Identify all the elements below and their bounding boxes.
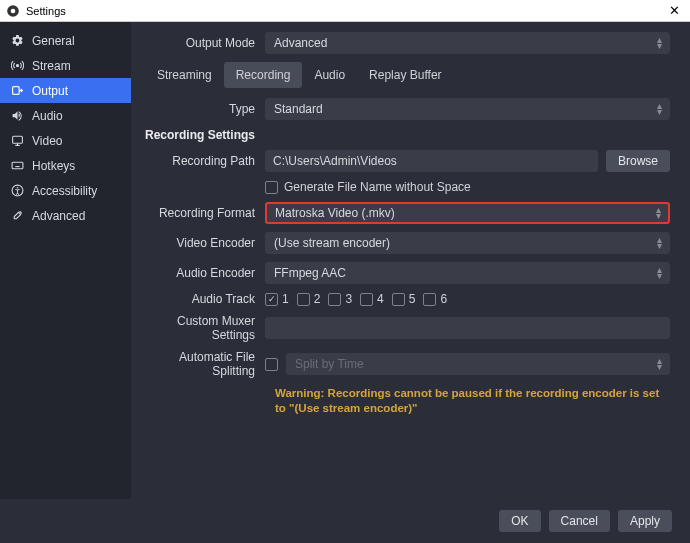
track-num: 4 [377, 292, 384, 306]
audio-track-1-checkbox[interactable] [265, 293, 278, 306]
tab-audio[interactable]: Audio [302, 62, 357, 88]
monitor-icon [10, 134, 24, 147]
sidebar-item-output[interactable]: Output [0, 78, 131, 103]
audio-track-5-checkbox[interactable] [392, 293, 405, 306]
audio-track-6-checkbox[interactable] [423, 293, 436, 306]
generate-filename-checkbox[interactable] [265, 181, 278, 194]
output-mode-select[interactable]: Advanced ▴▾ [265, 32, 670, 54]
generate-filename-label: Generate File Name without Space [284, 180, 471, 194]
antenna-icon [10, 59, 24, 72]
dropdown-spinner-icon: ▴▾ [653, 37, 665, 49]
apply-button[interactable]: Apply [618, 510, 672, 532]
svg-rect-3 [12, 87, 19, 95]
dropdown-spinner-icon: ▴▾ [652, 207, 664, 219]
sidebar-item-label: Hotkeys [32, 159, 75, 173]
main-panel: Output Mode Advanced ▴▾ Streaming Record… [131, 22, 690, 499]
recording-format-label: Recording Format [145, 206, 265, 220]
dialog-footer: OK Cancel Apply [0, 499, 690, 543]
svg-point-7 [16, 187, 18, 189]
sidebar: General Stream Output Audio [0, 22, 131, 499]
tools-icon [10, 209, 24, 222]
sidebar-item-accessibility[interactable]: Accessibility [0, 178, 131, 203]
dropdown-spinner-icon: ▴▾ [653, 267, 665, 279]
sidebar-item-advanced[interactable]: Advanced [0, 203, 131, 228]
sidebar-item-label: Advanced [32, 209, 85, 223]
track-num: 1 [282, 292, 289, 306]
auto-split-label: Automatic File Splitting [145, 350, 265, 378]
dropdown-spinner-icon: ▴▾ [653, 237, 665, 249]
output-mode-label: Output Mode [145, 36, 265, 50]
auto-split-checkbox[interactable] [265, 358, 278, 371]
recording-format-value: Matroska Video (.mkv) [275, 206, 395, 220]
audio-track-4-checkbox[interactable] [360, 293, 373, 306]
svg-rect-5 [12, 162, 23, 169]
video-encoder-label: Video Encoder [145, 236, 265, 250]
audio-encoder-label: Audio Encoder [145, 266, 265, 280]
tab-replay-buffer[interactable]: Replay Buffer [357, 62, 454, 88]
sidebar-item-label: Video [32, 134, 62, 148]
track-num: 6 [440, 292, 447, 306]
track-num: 2 [314, 292, 321, 306]
recording-path-label: Recording Path [145, 154, 265, 168]
app-icon [6, 4, 20, 18]
custom-muxer-label: Custom Muxer Settings [145, 314, 265, 342]
sidebar-item-general[interactable]: General [0, 28, 131, 53]
sidebar-item-label: Stream [32, 59, 71, 73]
gear-icon [10, 34, 24, 47]
type-select[interactable]: Standard ▴▾ [265, 98, 670, 120]
tab-streaming[interactable]: Streaming [145, 62, 224, 88]
track-num: 3 [345, 292, 352, 306]
type-value: Standard [274, 102, 323, 116]
sidebar-item-audio[interactable]: Audio [0, 103, 131, 128]
custom-muxer-input[interactable] [265, 317, 670, 339]
audio-track-label: Audio Track [145, 292, 265, 306]
encoder-warning: Warning: Recordings cannot be paused if … [145, 386, 670, 416]
recording-settings-heading: Recording Settings [145, 128, 670, 142]
output-tabs: Streaming Recording Audio Replay Buffer [145, 62, 670, 88]
recording-path-input[interactable]: C:\Users\Admin\Videos [265, 150, 598, 172]
accessibility-icon [10, 184, 24, 197]
titlebar: Settings ✕ [0, 0, 690, 22]
recording-format-select[interactable]: Matroska Video (.mkv) ▴▾ [265, 202, 670, 224]
cancel-button[interactable]: Cancel [549, 510, 610, 532]
keyboard-icon [10, 159, 24, 172]
split-mode-select[interactable]: Split by Time ▴▾ [286, 353, 670, 375]
audio-encoder-select[interactable]: FFmpeg AAC ▴▾ [265, 262, 670, 284]
window-title: Settings [26, 5, 664, 17]
recording-path-value: C:\Users\Admin\Videos [273, 154, 397, 168]
dropdown-spinner-icon: ▴▾ [653, 103, 665, 115]
audio-encoder-value: FFmpeg AAC [274, 266, 346, 280]
output-mode-value: Advanced [274, 36, 327, 50]
sidebar-item-hotkeys[interactable]: Hotkeys [0, 153, 131, 178]
tab-recording[interactable]: Recording [224, 62, 303, 88]
svg-point-2 [16, 64, 18, 66]
speaker-icon [10, 109, 24, 122]
svg-rect-4 [12, 136, 22, 143]
ok-button[interactable]: OK [499, 510, 540, 532]
audio-track-2-checkbox[interactable] [297, 293, 310, 306]
output-icon [10, 84, 24, 97]
sidebar-item-label: Accessibility [32, 184, 97, 198]
sidebar-item-stream[interactable]: Stream [0, 53, 131, 78]
audio-track-3-checkbox[interactable] [328, 293, 341, 306]
sidebar-item-label: Output [32, 84, 68, 98]
track-num: 5 [409, 292, 416, 306]
dropdown-spinner-icon: ▴▾ [653, 358, 665, 370]
split-mode-value: Split by Time [295, 357, 364, 371]
close-icon[interactable]: ✕ [664, 3, 684, 18]
sidebar-item-label: General [32, 34, 75, 48]
video-encoder-value: (Use stream encoder) [274, 236, 390, 250]
svg-point-1 [11, 8, 16, 13]
sidebar-item-video[interactable]: Video [0, 128, 131, 153]
video-encoder-select[interactable]: (Use stream encoder) ▴▾ [265, 232, 670, 254]
type-label: Type [145, 102, 265, 116]
sidebar-item-label: Audio [32, 109, 63, 123]
browse-button[interactable]: Browse [606, 150, 670, 172]
